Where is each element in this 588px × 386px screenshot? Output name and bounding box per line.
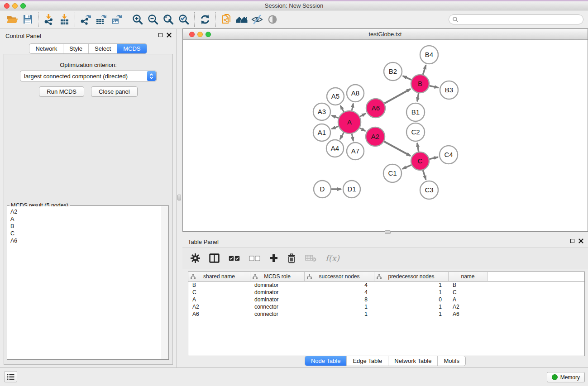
column-header-shared-name[interactable]: shared name: [188, 272, 250, 281]
export-network-button[interactable]: [78, 12, 93, 27]
node-B4[interactable]: B4: [420, 46, 438, 64]
cell-successor-nodes[interactable]: 4: [305, 289, 374, 295]
edge-A-A2[interactable]: [360, 128, 366, 131]
result-item[interactable]: A6: [10, 237, 159, 244]
close-panel-icon[interactable]: [167, 33, 172, 38]
node-A8[interactable]: A8: [347, 85, 364, 102]
tab-select[interactable]: Select: [88, 44, 117, 53]
hide-graphics-details-button[interactable]: [249, 12, 265, 27]
cell-shared-name[interactable]: B: [188, 282, 250, 288]
result-item[interactable]: A2: [10, 208, 159, 215]
node-C3[interactable]: C3: [420, 181, 438, 199]
float-panel-icon[interactable]: [158, 33, 163, 37]
open-session-button[interactable]: [5, 12, 20, 27]
run-mcds-button[interactable]: Run MCDS: [39, 86, 84, 97]
zoom-selected-button[interactable]: [176, 12, 191, 27]
node-A[interactable]: A: [338, 111, 361, 133]
node-A4[interactable]: A4: [326, 140, 344, 157]
zoom-fit-button[interactable]: [161, 12, 176, 27]
close-panel-icon[interactable]: [578, 238, 583, 243]
cell-predecessor-nodes[interactable]: 1: [374, 282, 449, 288]
horizontal-splitter[interactable]: [182, 232, 588, 235]
zoom-in-button[interactable]: [130, 12, 145, 27]
edge-A-A7[interactable]: [352, 133, 353, 141]
import-table-button[interactable]: [57, 12, 72, 27]
show-eye-button[interactable]: [265, 12, 280, 27]
node-B3[interactable]: B3: [440, 81, 458, 99]
table-settings-button[interactable]: [191, 253, 200, 263]
network-close-button[interactable]: [189, 32, 195, 37]
search-input[interactable]: [461, 16, 580, 23]
edge-A-A4[interactable]: [340, 133, 344, 139]
table-tab-motifs[interactable]: Motifs: [437, 356, 465, 366]
edge-A-A1[interactable]: [332, 126, 339, 129]
edge-C-C3[interactable]: [423, 170, 426, 180]
tab-network[interactable]: Network: [29, 44, 63, 53]
node-B2[interactable]: B2: [384, 62, 402, 81]
show-columns-button[interactable]: [209, 253, 220, 263]
cell-shared-name[interactable]: A2: [188, 304, 250, 310]
cell-MCDS-role[interactable]: dominator: [250, 282, 305, 288]
node-B1[interactable]: B1: [406, 103, 425, 121]
edge-A-A3[interactable]: [332, 115, 339, 118]
table-row[interactable]: Cdominator41C: [188, 289, 584, 296]
cell-name[interactable]: C: [449, 289, 488, 295]
edge-B-B3[interactable]: [430, 86, 439, 87]
cell-successor-nodes[interactable]: 4: [305, 282, 374, 288]
cell-predecessor-nodes[interactable]: 1: [374, 289, 449, 295]
node-A3[interactable]: A3: [313, 103, 330, 120]
table-row[interactable]: A6connector11A6: [188, 310, 584, 318]
splitter-handle[interactable]: [177, 195, 181, 200]
network-minimize-button[interactable]: [197, 32, 203, 37]
edge-B-B2[interactable]: [403, 76, 411, 80]
cell-name[interactable]: B: [449, 282, 488, 288]
zoom-out-button[interactable]: [145, 12, 161, 27]
node-A2[interactable]: A2: [366, 127, 385, 146]
save-session-button[interactable]: [20, 12, 35, 27]
cell-MCDS-role[interactable]: connector: [250, 311, 305, 317]
node-A5[interactable]: A5: [327, 88, 344, 105]
result-scrollbar[interactable]: [162, 206, 168, 359]
export-image-button[interactable]: [109, 12, 124, 27]
mcds-result-list[interactable]: A2ABCA6: [8, 206, 162, 359]
table-row[interactable]: Adominator80A: [188, 296, 584, 303]
tab-style[interactable]: Style: [63, 44, 88, 53]
table-tab-network-table[interactable]: Network Table: [388, 356, 437, 366]
cell-name[interactable]: A6: [449, 311, 488, 317]
cell-name[interactable]: A2: [449, 304, 488, 310]
edge-B-B4[interactable]: [423, 65, 426, 75]
cell-MCDS-role[interactable]: dominator: [250, 289, 305, 295]
cell-shared-name[interactable]: A6: [188, 311, 250, 317]
import-network-button[interactable]: [41, 12, 57, 27]
column-header-MCDS-role[interactable]: MCDS role: [250, 272, 305, 281]
minimize-window-button[interactable]: [12, 3, 18, 9]
select-all-button[interactable]: [229, 256, 240, 261]
node-C4[interactable]: C4: [440, 146, 458, 164]
delete-column-button[interactable]: [287, 253, 296, 263]
network-window-titlebar[interactable]: testGlobe.txt: [183, 29, 588, 40]
close-panel-button[interactable]: Close panel: [91, 86, 138, 97]
result-item[interactable]: C: [10, 230, 159, 237]
node-B[interactable]: B: [411, 75, 429, 93]
vertical-splitter[interactable]: [177, 29, 182, 367]
edge-A-A8[interactable]: [352, 104, 353, 111]
node-C2[interactable]: C2: [406, 123, 425, 141]
edge-C-C1[interactable]: [402, 165, 411, 169]
cell-predecessor-nodes[interactable]: 1: [374, 311, 449, 317]
cell-predecessor-nodes[interactable]: 0: [374, 296, 449, 303]
task-history-button[interactable]: [4, 371, 17, 382]
cell-successor-nodes[interactable]: 8: [305, 296, 374, 303]
network-from-selection-button[interactable]: [219, 12, 234, 27]
network-maximize-button[interactable]: [206, 32, 211, 37]
edge-A-A6[interactable]: [360, 114, 366, 117]
cell-MCDS-role[interactable]: connector: [250, 304, 305, 310]
node-A7[interactable]: A7: [347, 143, 364, 160]
table-tab-edge-table[interactable]: Edge Table: [346, 356, 388, 366]
column-header-successor-nodes[interactable]: successor nodes: [305, 272, 374, 281]
cell-MCDS-role[interactable]: dominator: [250, 296, 305, 303]
tab-mcds[interactable]: MCDS: [117, 44, 146, 53]
column-header-name[interactable]: name: [449, 272, 488, 281]
result-item[interactable]: A: [10, 215, 159, 223]
splitter-handle[interactable]: [385, 230, 391, 234]
cell-predecessor-nodes[interactable]: 1: [374, 304, 449, 310]
